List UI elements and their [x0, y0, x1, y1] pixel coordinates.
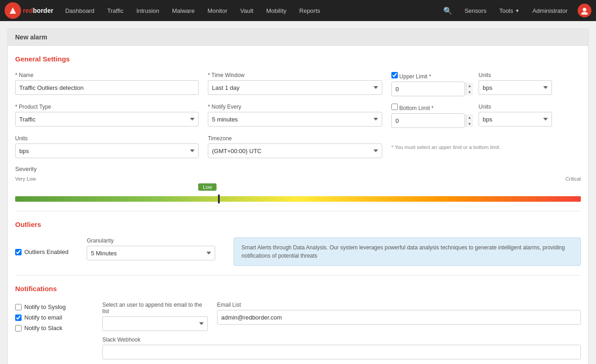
granularity-group: Granularity 1 Minute 5 Minutes 10 Minute…	[87, 237, 215, 260]
user-avatar[interactable]	[578, 4, 591, 17]
bottom-limit-up[interactable]: ▲	[466, 114, 473, 121]
upper-limit-checkbox[interactable]	[391, 72, 398, 78]
upper-limit-group: Upper Limit * ▲ ▼	[391, 72, 474, 96]
main-content: New alarm General Settings * Name * Time…	[0, 21, 596, 364]
nav-monitor[interactable]: Monitor	[202, 0, 233, 21]
email-list-input[interactable]	[217, 310, 581, 325]
upper-limit-label: Upper Limit *	[391, 72, 474, 80]
notify-every-group: * Notify Every 5 minutes 10 minutes 15 m…	[208, 104, 382, 127]
notify-every-label: * Notify Every	[208, 104, 382, 110]
bottom-limit-group: Bottom Limit * ▲ ▼	[391, 104, 474, 128]
units-bottom-label: Units	[479, 104, 561, 110]
search-icon[interactable]: 🔍	[439, 0, 457, 21]
divider-1	[15, 211, 581, 211]
svg-point-2	[583, 8, 586, 11]
units-main-select[interactable]: bps kbps Mbps Gbps	[15, 143, 199, 158]
notify-every-select[interactable]: 5 minutes 10 minutes 15 minutes 30 minut…	[208, 112, 382, 127]
units-main-label: Units	[15, 135, 199, 142]
bottom-limit-input[interactable]	[391, 113, 465, 128]
notifications-row: Notify to Syslog Notify to email Notify …	[15, 302, 581, 359]
time-window-group: * Time Window Last 1 day Last 1 hour Las…	[208, 72, 382, 95]
upper-limit-wrap: ▲ ▼	[391, 82, 474, 96]
severity-labels-row: Very Low Critical	[15, 176, 581, 182]
time-window-label: * Time Window	[208, 72, 382, 78]
form-row-2: * Product Type Traffic Intrusion Malware…	[15, 104, 581, 128]
divider-2	[15, 275, 581, 276]
name-input[interactable]	[15, 80, 199, 95]
select-user-select[interactable]	[102, 316, 208, 331]
timezone-group: Timezone (GMT+00:00) UTC (GMT-05:00) EST…	[208, 135, 382, 158]
outliers-section: Outliers Outliers Enabled Granularity 1 …	[15, 221, 581, 266]
notify-checks: Notify to Syslog Notify to email Notify …	[15, 303, 89, 331]
severity-label: Severity	[15, 165, 581, 172]
granularity-select[interactable]: 1 Minute 5 Minutes 10 Minutes 15 Minutes…	[87, 246, 215, 260]
notifications-section: Notifications Notify to Syslog Notify to…	[15, 285, 581, 359]
nav-traffic[interactable]: Traffic	[102, 0, 129, 21]
severity-slider-wrap: Low	[15, 183, 581, 202]
select-user-group: Select an user to append his email to th…	[102, 302, 208, 331]
upper-limit-input[interactable]	[391, 82, 465, 96]
outliers-enabled-checkbox[interactable]	[15, 249, 22, 255]
upper-limit-up[interactable]: ▲	[466, 83, 473, 89]
units-upper-group: Units bps kbps Mbps Gbps	[479, 72, 561, 95]
notify-syslog-check: Notify to Syslog	[15, 303, 89, 310]
nav-reports[interactable]: Reports	[294, 0, 326, 21]
nav-tools[interactable]: Tools ▼	[494, 0, 525, 21]
upper-limit-down[interactable]: ▼	[466, 89, 473, 95]
nav-mobility[interactable]: Mobility	[261, 0, 292, 21]
units-upper-label: Units	[479, 72, 561, 78]
email-list-group: Email List	[217, 302, 581, 331]
units-upper-select[interactable]: bps kbps Mbps Gbps	[479, 80, 552, 95]
outliers-enabled-group: Outliers Enabled	[15, 248, 68, 255]
bottom-limit-row: Bottom Limit * ▲ ▼ Units	[391, 104, 561, 128]
form-row-3: Units bps kbps Mbps Gbps Timezone (GMT+0…	[15, 135, 581, 158]
severity-critical: Critical	[565, 176, 581, 182]
bottom-limit-label: Bottom Limit *	[391, 104, 474, 111]
units-bottom-select[interactable]: bps kbps Mbps Gbps	[479, 112, 552, 127]
nav-dashboard[interactable]: Dashboard	[60, 0, 100, 21]
product-type-select[interactable]: Traffic Intrusion Malware Monitor	[15, 112, 199, 127]
slack-webhook-input[interactable]	[102, 345, 581, 359]
nav-sensors[interactable]: Sensors	[459, 0, 492, 21]
granularity-label: Granularity	[87, 237, 215, 244]
timezone-select[interactable]: (GMT+00:00) UTC (GMT-05:00) EST (GMT+01:…	[208, 143, 382, 158]
name-group: * Name	[15, 72, 199, 95]
main-card: New alarm General Settings * Name * Time…	[7, 28, 589, 364]
notify-right: Select an user to append his email to th…	[102, 302, 581, 359]
bottom-limit-checkbox[interactable]	[391, 104, 398, 110]
name-label: * Name	[15, 72, 199, 78]
product-type-label: * Product Type	[15, 104, 199, 110]
time-window-select[interactable]: Last 1 day Last 1 hour Last 6 hours Last…	[208, 80, 382, 95]
nav-vault[interactable]: Vault	[235, 0, 259, 21]
units-bottom-group: Units bps kbps Mbps Gbps	[479, 104, 561, 127]
slack-webhook-group: Slack Webhook	[102, 336, 581, 359]
email-list-label: Email List	[217, 302, 581, 308]
nav-intrusion[interactable]: Intrusion	[131, 0, 165, 21]
units-main-group: Units bps kbps Mbps Gbps	[15, 135, 199, 158]
timezone-label: Timezone	[208, 135, 382, 142]
notify-email-checkbox[interactable]	[15, 314, 22, 321]
notify-syslog-label: Notify to Syslog	[24, 303, 66, 310]
limit-note: * You must select an upper limit or a bo…	[391, 135, 581, 150]
notifications-title: Notifications	[15, 285, 581, 294]
severity-thumb[interactable]	[218, 194, 220, 204]
notify-slack-checkbox[interactable]	[15, 325, 22, 331]
select-user-label: Select an user to append his email to th…	[102, 302, 208, 314]
nav-administrator[interactable]: Administrator	[527, 0, 573, 21]
notify-email-check: Notify to email	[15, 314, 89, 321]
severity-track[interactable]	[15, 196, 581, 202]
outliers-enabled-label: Outliers Enabled	[24, 248, 68, 255]
severity-bubble: Low	[198, 183, 217, 191]
nav-malware[interactable]: Malware	[167, 0, 200, 21]
severity-section: Severity Very Low Critical Low	[15, 165, 581, 202]
slack-webhook-label: Slack Webhook	[102, 336, 581, 343]
notify-syslog-checkbox[interactable]	[15, 304, 22, 310]
general-settings-title: General Settings	[15, 55, 581, 65]
bottom-limit-wrap: ▲ ▼	[391, 113, 474, 128]
brand-name: redborder	[23, 7, 53, 14]
navbar-brand: redborder	[5, 2, 53, 19]
card-body: General Settings * Name * Time Window La…	[8, 46, 588, 364]
bottom-limit-down[interactable]: ▼	[466, 121, 473, 127]
notify-slack-label: Notify to Slack	[24, 325, 62, 331]
outliers-title: Outliers	[15, 221, 581, 230]
